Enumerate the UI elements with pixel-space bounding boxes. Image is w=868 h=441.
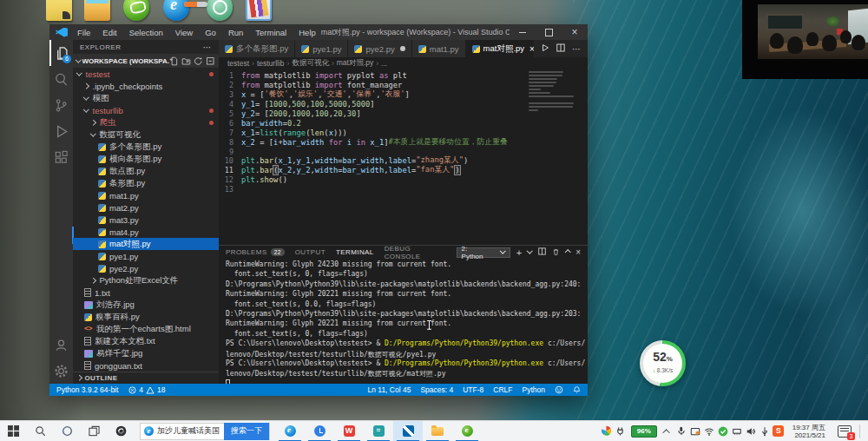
- menu-edit[interactable]: Edit: [97, 26, 122, 39]
- status-item[interactable]: Python: [523, 385, 545, 394]
- refresh-explorer-icon[interactable]: [194, 56, 203, 66]
- code-editor[interactable]: 1from matplotlib import pyplot as plt2fr…: [219, 69, 588, 245]
- editor-tab[interactable]: mat1.py: [412, 40, 466, 57]
- more-actions-icon[interactable]: ⋯: [572, 44, 581, 54]
- ethernet-icon[interactable]: [730, 424, 744, 439]
- breadcrumb-item[interactable]: mat对照.py: [337, 58, 374, 69]
- terminal-output[interactable]: RuntimeWarning: Glyph 24230 missing from…: [219, 259, 588, 384]
- app-circle-button[interactable]: [108, 421, 135, 441]
- tree-item[interactable]: 易烊千玺.jpg: [73, 347, 219, 359]
- breadcrumb-item[interactable]: testurllib: [257, 59, 285, 68]
- tree-item[interactable]: .ipynb_checkpoints: [73, 80, 219, 92]
- extensions-icon[interactable]: [49, 144, 73, 170]
- code-line[interactable]: 10plt.bar(x_1,y_1,width=bar_width,label=…: [219, 156, 588, 166]
- maximize-button[interactable]: [536, 24, 562, 40]
- source-control-icon[interactable]: [49, 92, 73, 118]
- maximize-panel-icon[interactable]: [565, 249, 570, 254]
- taskbar-app-docs[interactable]: [364, 421, 393, 441]
- tree-item[interactable]: gongguan.txt: [73, 359, 219, 372]
- hidden-icons-chevron[interactable]: [661, 424, 674, 439]
- sogou-input-icon[interactable]: S: [772, 424, 786, 439]
- outline-section[interactable]: OUTLINE: [73, 372, 219, 384]
- tree-item[interactable]: 多个条形图.py: [73, 141, 219, 153]
- gallery-icon[interactable]: [246, 0, 272, 21]
- tree-item[interactable]: 横向条形图.py: [73, 153, 219, 165]
- tree-item[interactable]: mat对照.py: [73, 238, 219, 250]
- notifications-bell-icon[interactable]: [573, 385, 581, 394]
- taskbar-app-vscode[interactable]: [393, 421, 423, 441]
- screen-capture-icon[interactable]: [688, 424, 702, 439]
- tree-item[interactable]: testurllib: [73, 104, 219, 116]
- battery-indicator[interactable]: 96%: [631, 425, 657, 438]
- menu-go[interactable]: Go: [200, 26, 221, 39]
- breadcrumb-item[interactable]: testest: [227, 59, 249, 68]
- problems-status[interactable]: 4 18: [128, 385, 165, 394]
- taskbar-app-edge[interactable]: [275, 421, 305, 441]
- pinwheel-icon[interactable]: [600, 424, 614, 439]
- chevron-down-icon[interactable]: [527, 248, 532, 253]
- account-icon[interactable]: [49, 332, 73, 358]
- minimap[interactable]: [529, 71, 575, 116]
- tree-item[interactable]: 刘浩存.jpg: [73, 299, 219, 311]
- cortana-button[interactable]: [54, 421, 81, 441]
- explorer-more-icon[interactable]: ⋯: [203, 43, 213, 52]
- search-icon[interactable]: [49, 66, 73, 92]
- new-terminal-icon[interactable]: +: [516, 247, 522, 258]
- search-button[interactable]: [27, 421, 54, 441]
- panel-tab-terminal[interactable]: TERMINAL: [336, 248, 374, 256]
- menu-file[interactable]: File: [72, 26, 95, 39]
- tree-item[interactable]: 糗事百科.py: [73, 311, 219, 323]
- panel-tab-output[interactable]: OUTPUT: [295, 248, 326, 256]
- collapse-folders-icon[interactable]: [206, 56, 215, 66]
- tree-item[interactable]: 模图: [73, 92, 219, 104]
- tree-item[interactable]: 1.txt: [73, 286, 219, 299]
- menu-run[interactable]: Run: [223, 26, 248, 39]
- status-item[interactable]: Spaces: 4: [420, 385, 453, 394]
- start-button[interactable]: [0, 421, 27, 441]
- workspace-section-header[interactable]: WORKSPACE (WORKSPA...: [73, 54, 219, 68]
- speaker-icon[interactable]: [744, 424, 758, 439]
- wifi-icon[interactable]: [702, 424, 716, 439]
- task-view-button[interactable]: [81, 421, 108, 441]
- tree-item[interactable]: 我的第一个echarts图.html: [73, 323, 219, 335]
- search-now-button[interactable]: 搜索一下: [224, 423, 269, 440]
- folder-icon[interactable]: [84, 0, 110, 21]
- show-desktop-button[interactable]: [863, 421, 868, 441]
- tree-item[interactable]: 散点图.py: [73, 165, 219, 177]
- kill-terminal-icon[interactable]: [552, 247, 560, 258]
- network-speed-widget[interactable]: 52% ↓ 8.3K/s: [640, 340, 686, 386]
- news-search-widget[interactable]: 加沙儿童喊话美国 搜索一下: [140, 423, 270, 440]
- panel-tab-debug-console[interactable]: DEBUG CONSOLE: [385, 245, 446, 260]
- video-call-thumbnail[interactable]: [758, 4, 868, 59]
- new-folder-icon[interactable]: [181, 56, 191, 66]
- taskbar-app-wps[interactable]: [334, 421, 364, 441]
- editor-tab[interactable]: pye2.py: [348, 40, 411, 57]
- editor-tab[interactable]: pye1.py: [295, 40, 348, 57]
- tree-item[interactable]: mat3.py: [73, 214, 219, 226]
- run-button[interactable]: [541, 43, 549, 54]
- python-version[interactable]: Python 3.9.2 64-bit: [56, 385, 118, 394]
- status-item[interactable]: UTF-8: [463, 385, 483, 394]
- terminal-select[interactable]: 2: Python: [457, 247, 510, 258]
- tree-item[interactable]: 新建文本文档.txt: [73, 335, 219, 347]
- close-panel-icon[interactable]: ×: [575, 247, 581, 257]
- explorer-icon[interactable]: 6: [49, 40, 73, 66]
- code-line[interactable]: 13: [219, 185, 588, 194]
- run-debug-icon[interactable]: [49, 118, 73, 144]
- status-item[interactable]: CRLF: [493, 385, 512, 394]
- menu-terminal[interactable]: Terminal: [250, 26, 292, 39]
- tree-item[interactable]: mat2.py: [73, 201, 219, 214]
- menu-selection[interactable]: Selection: [124, 26, 168, 39]
- minimize-button[interactable]: [510, 24, 536, 40]
- breadcrumb-item[interactable]: 数据可视化: [292, 58, 329, 69]
- status-item[interactable]: Ln 11, Col 45: [367, 385, 411, 394]
- taskbar-app-browser-360[interactable]: [452, 421, 482, 441]
- menu-view[interactable]: View: [170, 26, 198, 39]
- tree-item[interactable]: testest: [73, 68, 219, 80]
- tree-item[interactable]: mat1.py: [73, 189, 219, 201]
- panel-tab-problems[interactable]: PROBLEMS22: [226, 248, 285, 256]
- tree-item[interactable]: Python处理Excel文件: [73, 274, 219, 286]
- settings-gear-icon[interactable]: [49, 358, 73, 384]
- feedback-icon[interactable]: [555, 385, 563, 394]
- code-line[interactable]: 6bar_width=0.2: [219, 118, 588, 128]
